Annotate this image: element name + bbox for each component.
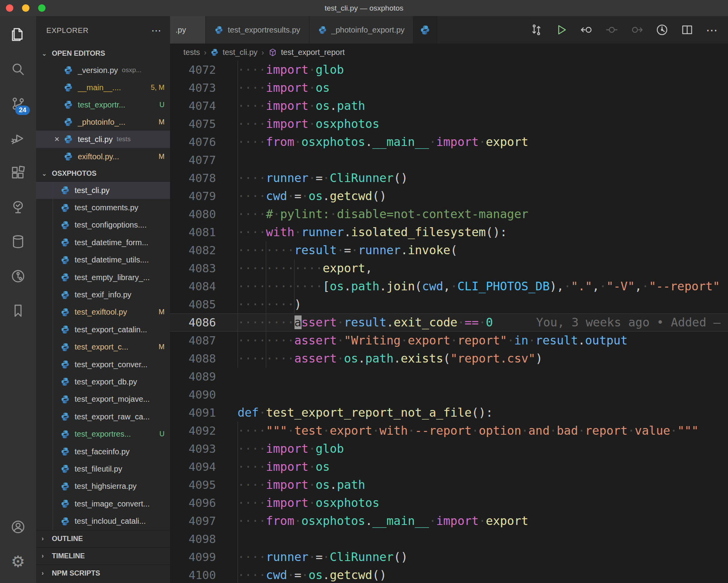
code-line-4081[interactable]: 4081····with·runner.isolated_filesystem(… <box>170 223 728 241</box>
extensions-icon[interactable] <box>5 160 31 186</box>
code-line-4082[interactable]: 4082········result·=·runner.invoke( <box>170 241 728 259</box>
code-line-4076[interactable]: 4076····from·osxphotos.__main__·import·e… <box>170 133 728 151</box>
tree-item-test-configoptions-[interactable]: test_configoptions.... <box>36 217 170 234</box>
explorer-actions-icon[interactable]: ⋯ <box>151 25 162 37</box>
tree-item-test-datetime-form-[interactable]: test_datetime_form... <box>36 234 170 251</box>
section-header-timeline[interactable]: ›TIMELINE <box>36 547 170 565</box>
open-editors-section-header[interactable]: ⌄ OPEN EDITORS <box>36 45 170 62</box>
tab-test-cli-partial[interactable]: .py <box>170 16 206 44</box>
code-line-4072[interactable]: 4072····import·glob <box>170 61 728 79</box>
code-line-4080[interactable]: 4080····#·pylint:·disable=not-context-ma… <box>170 205 728 223</box>
python-file-icon <box>64 100 73 109</box>
code-line-content: def·test_export_report_not_a_file(): <box>238 404 728 422</box>
compare-changes-icon[interactable] <box>524 16 549 44</box>
tree-item-test-export-conver-[interactable]: test_export_conver... <box>36 356 170 373</box>
breadcrumb-item[interactable]: tests <box>183 48 200 57</box>
tree-item-test-exportres-[interactable]: test_exportres...U <box>36 425 170 443</box>
code-line-4078[interactable]: 4078····runner·=·CliRunner() <box>170 169 728 187</box>
tree-item-test-export-raw-ca-[interactable]: test_export_raw_ca... <box>36 408 170 425</box>
code-line-4095[interactable]: 4095····import·os.path <box>170 476 728 494</box>
code-line-4097[interactable]: 4097····from·osxphotos.__main__·import·e… <box>170 512 728 530</box>
code-line-4090[interactable]: 4090 <box>170 386 728 404</box>
code-line-4087[interactable]: 4087········assert·"Writing·export·repor… <box>170 332 728 350</box>
breadcrumb-item[interactable]: test_cli.py <box>223 48 258 57</box>
pinned-python-tab[interactable] <box>413 16 437 44</box>
code-line-4075[interactable]: 4075····import·osxphotos <box>170 115 728 133</box>
code-line-4099[interactable]: 4099····runner·=·CliRunner() <box>170 548 728 566</box>
tree-item-test-export-catalin-[interactable]: test_export_catalin... <box>36 321 170 338</box>
split-editor-icon[interactable] <box>675 16 700 44</box>
code-line-4073[interactable]: 4073····import·os <box>170 79 728 97</box>
testing-icon[interactable] <box>5 194 31 220</box>
code-line-4098[interactable]: 4098 <box>170 530 728 548</box>
settings-icon[interactable]: ⚙ <box>5 548 31 574</box>
explorer-icon[interactable] <box>5 22 31 47</box>
search-icon[interactable] <box>5 56 31 82</box>
open-editor-item[interactable]: ×exiftool.py...M <box>36 148 170 165</box>
open-editor-item[interactable]: ×test_exportr...U <box>36 96 170 113</box>
python-file-icon <box>60 499 70 508</box>
tree-item-test-exif-info-py[interactable]: test_exif_info.py <box>36 286 170 303</box>
code-line-4093[interactable]: 4093····import·glob <box>170 440 728 458</box>
database-icon[interactable] <box>5 229 31 255</box>
line-number: 4073 <box>170 79 238 97</box>
code-line-4079[interactable]: 4079····cwd·=·os.getcwd() <box>170 187 728 205</box>
section-header-npm-scripts[interactable]: ›NPM SCRIPTS <box>36 565 170 582</box>
source-control-icon[interactable]: 24 <box>5 91 31 117</box>
tree-item-test-comments-py[interactable]: test_comments.py <box>36 199 170 216</box>
run-icon[interactable] <box>549 16 574 44</box>
code-line-4074[interactable]: 4074····import·os.path <box>170 97 728 115</box>
code-line-4100[interactable]: 4100····cwd·=·os.getcwd() <box>170 566 728 583</box>
open-editor-item[interactable]: ×_version.pyosxp... <box>36 62 170 79</box>
tree-item-test-export-c-[interactable]: test_export_c...M <box>36 339 170 356</box>
line-number: 4086 <box>170 314 238 331</box>
run-circle-icon[interactable] <box>649 16 675 44</box>
tree-item-test-highsierra-py[interactable]: test_highsierra.py <box>36 478 170 495</box>
code-line-content: ····cwd·=·os.getcwd() <box>238 187 728 205</box>
tree-item-test-fileutil-py[interactable]: test_fileutil.py <box>36 460 170 477</box>
breadcrumb-item[interactable]: test_export_report <box>281 48 345 57</box>
project-section-header[interactable]: ⌄ OSXPHOTOS <box>36 165 170 182</box>
tree-item-test-image-convert-[interactable]: test_image_convert... <box>36 495 170 512</box>
line-number: 4088 <box>170 350 238 368</box>
code-line-4083[interactable]: 4083············export, <box>170 259 728 277</box>
tree-item-test-faceinfo-py[interactable]: test_faceinfo.py <box>36 443 170 460</box>
open-editor-item[interactable]: ×test_cli.pytests <box>36 131 170 148</box>
code-line-4089[interactable]: 4089 <box>170 368 728 386</box>
bookmarks-icon[interactable] <box>5 298 31 324</box>
code-editor[interactable]: 4072····import·glob4073····import·os4074… <box>170 61 728 583</box>
code-line-4091[interactable]: 4091def·test_export_report_not_a_file(): <box>170 404 728 422</box>
run-and-debug-icon[interactable] <box>5 125 31 151</box>
open-editor-item[interactable]: ×__main__....5, M <box>36 79 170 96</box>
tree-item-test-datetime-utils-[interactable]: test_datetime_utils.... <box>36 251 170 269</box>
code-line-content: ····import·glob <box>238 440 728 458</box>
step-over-icon[interactable] <box>624 16 649 44</box>
tree-item-test-cli-py[interactable]: test_cli.py <box>36 182 170 199</box>
step-icon[interactable] <box>599 16 624 44</box>
tree-item-test-export-db-py[interactable]: test_export_db.py <box>36 373 170 390</box>
sidebar-header: EXPLORER ⋯ <box>36 16 170 45</box>
code-line-4088[interactable]: 4088········assert·os.path.exists("repor… <box>170 350 728 368</box>
tree-item-test-empty-library-[interactable]: test_empty_library_... <box>36 269 170 286</box>
section-header-outline[interactable]: ›OUTLINE <box>36 530 170 547</box>
tree-item-test-incloud-catali-[interactable]: test_incloud_catali... <box>36 512 170 530</box>
code-line-4086[interactable]: 4086········assert·result.exit_code·==·0… <box>170 313 728 332</box>
code-line-4084[interactable]: 4084············[os.path.join(cwd,·CLI_P… <box>170 277 728 295</box>
code-line-content: ········assert·result.exit_code·==·0You,… <box>238 314 728 331</box>
line-number: 4098 <box>170 530 238 548</box>
tab-test-exportresults-py[interactable]: test_exportresults.py <box>206 16 309 44</box>
code-line-4077[interactable]: 4077 <box>170 151 728 169</box>
more-icon[interactable]: ⋯ <box>700 16 725 44</box>
step-back-icon[interactable] <box>574 16 599 44</box>
code-line-4094[interactable]: 4094····import·os <box>170 458 728 476</box>
code-line-4092[interactable]: 4092····"""·test·export·with·--report·op… <box>170 422 728 440</box>
account-icon[interactable] <box>5 514 31 540</box>
close-editor-icon[interactable]: × <box>50 134 64 144</box>
gitlens-icon[interactable] <box>5 263 31 289</box>
open-editor-item[interactable]: ×_photoinfo_...M <box>36 113 170 131</box>
tab--photoinfo-export-py[interactable]: _photoinfo_export.py <box>309 16 414 44</box>
code-line-4085[interactable]: 4085········) <box>170 295 728 313</box>
tree-item-test-exiftool-py[interactable]: test_exiftool.pyM <box>36 304 170 321</box>
tree-item-test-export-mojave-[interactable]: test_export_mojave... <box>36 391 170 408</box>
code-line-4096[interactable]: 4096····import·osxphotos <box>170 494 728 512</box>
